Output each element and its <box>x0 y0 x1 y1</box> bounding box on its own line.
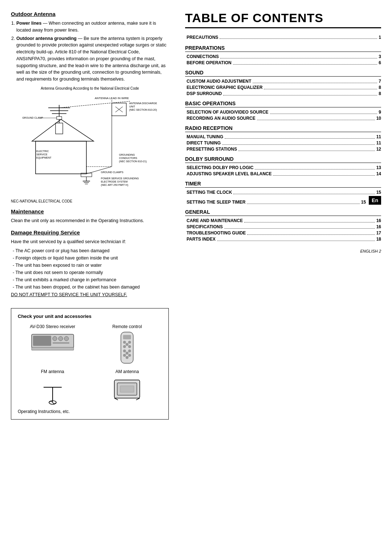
fm-label: FM antenna <box>41 369 64 374</box>
damage-warning: DO NOT ATTEMPT TO SERVICE THE UNIT YOURS… <box>11 292 169 297</box>
damage-section: Damage Requiring Service Have the unit s… <box>11 229 169 298</box>
toc-label-3-2: PRESETTING STATIONS <box>187 147 237 152</box>
toc-section-0: PREPARATIONSCONNECTIONS3BEFORE OPERATION… <box>185 45 381 65</box>
toc-dots-6-0 <box>244 222 375 222</box>
toc-item-6-0: CARE AND MAINTENANCE16 <box>185 218 381 223</box>
toc-section-1: SOUNDCUSTOM AUDIO ADJUSTMENT7ELECTRONIC … <box>185 70 381 96</box>
damage-heading: Damage Requiring Service <box>11 229 169 236</box>
toc-label-0-1: BEFORE OPERATION <box>187 60 232 65</box>
grounding-bold: Outdoor antenna grounding <box>16 36 77 41</box>
damage-item-5: The unit exhibits a marked change in per… <box>13 276 169 283</box>
toc-dots-6-1 <box>224 228 375 229</box>
toc-label-2-0: SELECTION OF AUDIO/VIDEO SOURCE <box>187 110 269 115</box>
precautions-page: 1 <box>379 35 381 40</box>
toc-page-3-1: 11 <box>376 140 381 146</box>
damage-list: The AC power cord or plug has been damag… <box>13 247 169 291</box>
outdoor-antenna-item-1: Power lines — When connecting an outdoor… <box>16 20 169 34</box>
toc-label-6-3: PARTS INDEX <box>187 237 216 242</box>
svg-rect-43 <box>32 347 74 350</box>
toc-page-6-3: 18 <box>376 237 381 242</box>
toc-label-6-1: SPECIFICATIONS <box>187 224 223 229</box>
svg-point-51 <box>123 349 126 352</box>
toc-item-5-0: SETTING THE CLOCK15 <box>185 190 381 195</box>
toc-item-2-0: SELECTION OF AUDIO/VIDEO SOURCE9 <box>185 110 381 115</box>
am-image <box>111 376 143 402</box>
toc-page-3-0: 11 <box>376 134 381 139</box>
toc-item-3-1: DIRECT TUNING11 <box>185 140 381 146</box>
toc-page-5-1: 15 <box>361 200 366 205</box>
toc-section-heading-6: GENERAL <box>185 209 381 216</box>
maintenance-section: Maintenance Clean the unit only as recom… <box>11 208 169 224</box>
toc-label-0-0: CONNECTIONS <box>187 54 219 59</box>
diagram-caption: Antenna Grounding According to the Natio… <box>11 86 169 90</box>
svg-point-54 <box>123 354 126 357</box>
toc-dots-3-1 <box>222 144 375 145</box>
toc-dots-1-2 <box>223 95 377 95</box>
toc-page-1-0: 7 <box>379 79 381 84</box>
svg-rect-45 <box>123 335 131 339</box>
damage-item-1: The AC power cord or plug has been damag… <box>13 247 169 254</box>
toc-section-3: RADIO RECEPTIONMANUAL TUNING11DIRECT TUN… <box>185 125 381 152</box>
toc-dots-5-0 <box>233 194 375 194</box>
toc-item-0-0: CONNECTIONS3 <box>185 54 381 59</box>
toc-item-3-0: MANUAL TUNING11 <box>185 134 381 139</box>
toc-item-4-1: ADJUSTING SPEAKER LEVEL BALANCE14 <box>185 171 381 176</box>
toc-dots-2-1 <box>257 120 375 120</box>
toc-dots-4-0 <box>255 169 375 169</box>
svg-text:GROUND CLAMPS: GROUND CLAMPS <box>101 171 123 173</box>
toc-section-heading-1: SOUND <box>185 70 381 77</box>
toc-label-1-1: ELECTRONIC GRAPHIC EQUALIZER <box>187 85 262 90</box>
maintenance-heading: Maintenance <box>11 208 169 214</box>
toc-dots-0-0 <box>220 58 377 58</box>
toc-page-6-0: 16 <box>376 218 381 223</box>
toc-dots-1-1 <box>264 89 377 89</box>
left-column: Outdoor Antenna Power lines — When conne… <box>0 0 178 552</box>
english-footer: ENGLISH 2 <box>185 249 381 253</box>
damage-intro: Have the unit serviced by a qualified se… <box>11 238 169 245</box>
toc-label-3-0: MANUAL TUNING <box>187 134 223 139</box>
svg-text:ANTENNA LEAD IN WIRE: ANTENNA LEAD IN WIRE <box>94 97 128 100</box>
accessory-receiver: AV-D30 Stereo receiver <box>18 324 87 351</box>
accessory-am: AM antenna <box>93 369 162 402</box>
svg-text:GROUNDING: GROUNDING <box>119 154 135 156</box>
toc-page-3-2: 12 <box>376 147 381 152</box>
toc-label-6-2: TROUBLESHOOTING GUIDE <box>187 230 246 236</box>
fm-image <box>38 376 67 405</box>
toc-page-6-1: 16 <box>376 224 381 229</box>
svg-text:ELECTRIC: ELECTRIC <box>36 150 49 152</box>
svg-rect-41 <box>64 336 69 341</box>
toc-label-3-1: DIRECT TUNING <box>187 140 221 146</box>
accessories-title: Check your unit and accessories <box>18 314 162 319</box>
svg-text:EQUIPMENT: EQUIPMENT <box>36 156 52 159</box>
antenna-diagram: ANTENNA LEAD IN WIRE GROUND CLAMP ANTENN… <box>11 94 169 196</box>
svg-rect-62 <box>120 386 134 392</box>
toc-dots-0-1 <box>233 64 377 65</box>
svg-line-7 <box>59 101 130 108</box>
precautions-dots <box>220 35 377 39</box>
toc-section-heading-4: DOLBY SURROUND <box>185 156 381 163</box>
svg-point-49 <box>128 345 131 348</box>
nec-caption: NEC-NATIONAL ELECTRICAL CODE <box>11 199 169 203</box>
toc-item-1-0: CUSTOM AUDIO ADJUSTMENT7 <box>185 79 381 84</box>
toc-dots-2-0 <box>270 114 377 114</box>
svg-text:UNIT: UNIT <box>129 105 135 108</box>
right-column: TABLE OF CONTENTS PRECAUTIONS 1 PREPARAT… <box>178 0 392 552</box>
svg-point-46 <box>123 341 126 344</box>
toc-precautions-row: PRECAUTIONS 1 <box>185 35 381 40</box>
toc-page-6-2: 17 <box>376 230 381 236</box>
toc-dots-6-3 <box>217 241 375 241</box>
toc-item-6-2: TROUBLESHOOTING GUIDE17 <box>185 230 381 236</box>
receiver-label: AV-D30 Stereo receiver <box>30 324 75 329</box>
toc-label-4-1: ADJUSTING SPEAKER LEVEL BALANCE <box>187 171 271 176</box>
damage-item-6: The unit has been dropped, or the cabine… <box>13 283 169 291</box>
toc-item-1-2: DSP SURROUND8 <box>185 91 381 96</box>
toc-label-4-0: SELECTING DOLBY PRO LOGIC <box>187 165 253 170</box>
remote-image <box>118 331 136 364</box>
toc-section-heading-2: BASIC OPERATIONS <box>185 101 381 107</box>
damage-item-4: The unit does not seem to operate normal… <box>13 269 169 276</box>
svg-rect-42 <box>53 342 69 344</box>
maintenance-text: Clean the unit only as recommended in th… <box>11 217 169 224</box>
accessories-box: Check your unit and accessories AV-D30 S… <box>11 308 169 420</box>
svg-rect-40 <box>58 336 63 341</box>
toc-dots-6-2 <box>247 234 375 235</box>
